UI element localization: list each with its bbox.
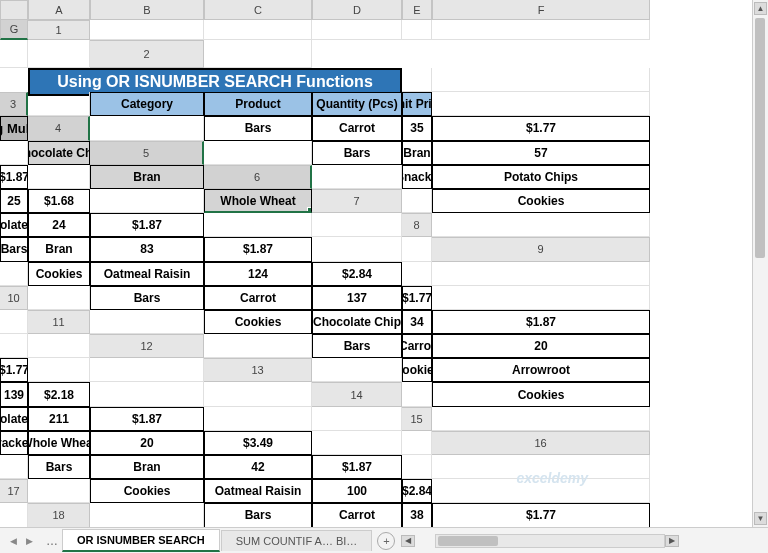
cell-quantity-7[interactable]: 137 [312,286,402,310]
empty-cell[interactable] [90,116,204,140]
row-header-5[interactable]: 5 [90,141,204,165]
empty-cell[interactable] [28,92,90,116]
cell-product-13[interactable]: Bran [90,455,204,479]
add-sheet-button[interactable]: + [377,532,395,550]
vertical-scrollbar[interactable]: ▲ ▼ [752,0,768,527]
row-header-7[interactable]: 7 [312,189,402,213]
empty-cell[interactable] [432,407,650,431]
empty-cell[interactable] [402,20,432,40]
cell-price-12[interactable]: $3.49 [204,431,312,455]
cell-quantity-15[interactable]: 38 [402,503,432,527]
hscroll-thumb[interactable] [438,536,498,546]
empty-cell[interactable] [402,431,432,455]
empty-cell[interactable] [204,407,312,431]
cell-category-2[interactable]: Bars [312,141,402,165]
cell-quantity-4[interactable]: 24 [28,213,90,237]
cell-price-3[interactable]: $1.68 [28,189,90,213]
empty-cell[interactable] [312,407,402,431]
empty-cell[interactable] [28,358,90,382]
cell-product-6[interactable]: Oatmeal Raisin [90,262,204,286]
empty-cell[interactable] [402,455,432,479]
empty-cell[interactable] [204,20,312,40]
row-header-18[interactable]: 18 [28,503,90,527]
cell-category-3[interactable]: Snacks [402,165,432,189]
hscroll-left-icon[interactable]: ◀ [401,535,415,547]
empty-cell[interactable] [204,40,312,68]
tab-prev-icon[interactable]: ◀ [6,534,20,548]
empty-cell[interactable] [432,213,650,237]
empty-cell[interactable] [312,20,402,40]
cell-price-11[interactable]: $1.87 [90,407,204,431]
cell-category-8[interactable]: Cookies [204,310,312,334]
cell-product-14[interactable]: Oatmeal Raisin [204,479,312,503]
cell-price-1[interactable]: $1.77 [432,116,650,140]
cell-product-11[interactable]: Chocolate Chip [0,407,28,431]
cell-price-10[interactable]: $2.18 [28,382,90,406]
cell-price-9[interactable]: $1.77 [0,358,28,382]
empty-cell[interactable] [90,189,204,213]
tab-overflow-icon[interactable]: … [42,534,62,548]
cell-price-4[interactable]: $1.87 [90,213,204,237]
empty-cell[interactable] [312,213,402,237]
empty-cell[interactable] [0,334,28,358]
row-header-8[interactable]: 8 [402,213,432,237]
cell-price-15[interactable]: $1.77 [432,503,650,527]
hscroll-right-icon[interactable]: ▶ [665,535,679,547]
empty-cell[interactable] [432,20,650,40]
cell-category-7[interactable]: Bars [90,286,204,310]
empty-cell[interactable] [90,310,204,334]
cell-category-5[interactable]: Bars [0,237,28,261]
empty-cell[interactable] [28,334,90,358]
row-header-9[interactable]: 9 [432,237,650,261]
empty-cell[interactable] [28,479,90,503]
row-header-16[interactable]: 16 [432,431,650,455]
cell-quantity-3[interactable]: 25 [0,189,28,213]
col-header-B[interactable]: B [90,0,204,20]
empty-cell[interactable] [312,237,402,261]
col-header-C[interactable]: C [204,0,312,20]
cell-product-2[interactable]: Bran [402,141,432,165]
cell-product-9[interactable]: Carrot [402,334,432,358]
side-item-0[interactable]: Chocolate Chip [28,141,90,165]
cell-quantity-5[interactable]: 83 [90,237,204,261]
empty-cell[interactable] [312,358,402,382]
empty-cell[interactable] [204,382,312,406]
cell-price-8[interactable]: $1.87 [432,310,650,334]
cell-category-15[interactable]: Bars [204,503,312,527]
cell-quantity-13[interactable]: 42 [204,455,312,479]
cell-product-12[interactable]: Whole Wheat [28,431,90,455]
empty-cell[interactable] [432,286,650,310]
cell-product-4[interactable]: Chocolate Chip [0,213,28,237]
cell-product-10[interactable]: Arrowroot [432,358,650,382]
select-all-corner[interactable] [0,0,28,20]
empty-cell[interactable] [90,358,204,382]
empty-cell[interactable] [204,334,312,358]
col-header-G[interactable]: G [0,20,28,40]
cell-category-13[interactable]: Bars [28,455,90,479]
empty-cell[interactable] [432,262,650,286]
col-header-E[interactable]: E [402,0,432,20]
row-header-13[interactable]: 13 [204,358,312,382]
row-header-14[interactable]: 14 [312,382,402,406]
empty-cell[interactable] [90,503,204,527]
empty-cell[interactable] [402,189,432,213]
horizontal-scrollbar[interactable] [435,534,665,548]
cell-product-15[interactable]: Carrot [312,503,402,527]
col-header-F[interactable]: F [432,0,650,20]
row-header-17[interactable]: 17 [0,479,28,503]
tab-next-icon[interactable]: ▶ [22,534,36,548]
tab-active[interactable]: OR ISNUMBER SEARCH [62,529,220,552]
cell-category-11[interactable]: Cookies [432,382,650,406]
cell-price-14[interactable]: $2.84 [402,479,432,503]
empty-cell[interactable] [28,286,90,310]
empty-cell[interactable] [312,431,402,455]
cell-category-4[interactable]: Cookies [432,189,650,213]
empty-cell[interactable] [28,165,90,189]
empty-cell[interactable] [312,165,402,189]
row-header-15[interactable]: 15 [402,407,432,431]
cell-price-7[interactable]: $1.77 [402,286,432,310]
cell-category-10[interactable]: Cookies [402,358,432,382]
scroll-thumb[interactable] [755,18,765,258]
empty-cell[interactable] [90,382,204,406]
empty-cell[interactable] [432,92,650,116]
